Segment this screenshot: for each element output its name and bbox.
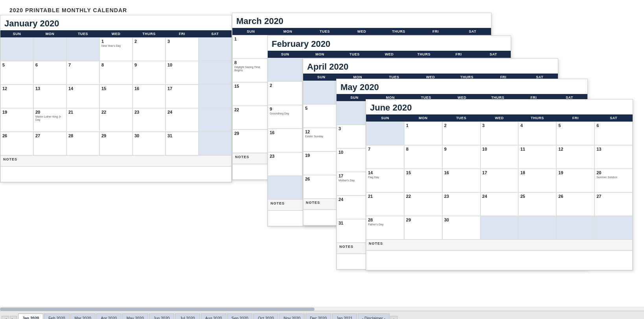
tab-jan-2021[interactable]: Jan 2021 [332,313,357,319]
january-grid: 1New Year's Day 2 3 5 6 7 8 9 10 12 13 1… [0,37,232,155]
cal-cell [33,37,66,61]
cal-cell: 16 [132,85,166,108]
tab-mar-2020[interactable]: Mar 2020 [70,313,96,319]
cal-cell: 15 [99,85,132,108]
cal-cell: 9Groundhog Day [268,105,302,129]
tab-jul-2020[interactable]: Jul 2020 [175,313,200,319]
cal-cell: 5 [0,61,33,85]
april-title: April 2020 [303,59,558,74]
cal-cell: 27 [594,192,633,216]
cal-cell [366,122,404,145]
cal-cell: 1 [232,35,269,59]
june-notes: NOTES [366,240,633,251]
june-title: June 2020 [366,100,633,114]
cal-cell [66,37,99,61]
cal-cell: 19 [0,108,33,132]
may-title: May 2020 [337,79,587,94]
cal-cell: 5 [556,122,594,145]
cal-cell: 20Martin Luther King Jr Day [33,108,66,132]
cal-cell [556,216,594,240]
calendar-june: June 2020 SUN MON TUES WED THURS FRI SAT… [366,99,633,271]
cal-cell: 3 [480,122,519,145]
june-header: SUN MON TUES WED THURS FRI SAT [366,114,633,122]
cal-cell: 23 [132,108,166,132]
cal-cell: 30 [442,216,480,240]
tab-sep-2020[interactable]: Sep 2020 [227,313,253,319]
cal-cell: 15 [232,82,269,106]
cal-cell: 8 [99,61,132,85]
tab-disclaimer[interactable]: - Disclaimer - [358,313,390,319]
march-title: March 2020 [232,13,491,28]
cal-cell: 16 [268,129,302,152]
cal-cell: 2 [442,122,480,145]
cal-cell: 22 [232,106,269,129]
tab-nav-right[interactable]: ▶ [10,316,17,319]
january-title: January 2020 [0,15,232,30]
june-grid: 1 2 3 4 5 6 7 8 9 10 11 12 13 14Flag Day… [366,122,633,240]
cal-cell: 14 [66,85,99,108]
cal-cell [199,108,232,132]
cal-cell: 8 [404,145,442,169]
cal-cell [199,37,232,61]
cal-cell: 22 [99,108,132,132]
february-title: February 2020 [268,36,511,51]
cal-cell: 10 [480,145,519,169]
cal-cell: 26 [303,175,340,199]
cal-cell: 2 [268,81,302,105]
cal-cell: 23 [442,192,480,216]
tab-may-2020[interactable]: May 2020 [122,313,148,319]
cal-cell: 1New Year's Day [99,37,132,61]
cal-cell: 19 [556,169,594,192]
cal-cell: 26 [0,132,33,155]
tab-nav-plus[interactable]: + [390,316,397,319]
cal-cell: 21 [366,192,404,216]
january-notes: NOTES [0,155,232,166]
cal-cell [0,37,33,61]
cal-cell: 6 [594,122,633,145]
tab-jan-2020[interactable]: Jan 2020 [18,313,43,319]
cal-cell: 28 [66,132,99,155]
cal-cell: 18 [518,169,556,192]
cal-cell: 9 [442,145,480,169]
cal-cell: 13 [33,85,66,108]
cal-cell: 17 [480,169,519,192]
cal-cell: 25 [518,192,556,216]
cal-cell: 10 [166,61,199,85]
cal-cell: 16 [442,169,480,192]
cal-cell: 23 [268,152,302,176]
scrollbar-thumb[interactable] [0,308,315,311]
cal-cell [199,132,232,155]
cal-cell: 19 [303,151,340,175]
tab-jun-2020[interactable]: Jun 2020 [149,313,174,319]
cal-cell: 13 [594,145,633,169]
cal-cell: 31 [166,132,199,155]
tab-nov-2020[interactable]: Nov 2020 [279,313,305,319]
cal-cell: 7 [66,61,99,85]
cal-cell: 17 [166,85,199,108]
tab-apr-2020[interactable]: Apr 2020 [96,313,121,319]
cal-cell: 28Father's Day [366,216,404,240]
cal-cell: 3 [166,37,199,61]
cal-cell: 29 [404,216,442,240]
tab-dec-2020[interactable]: Dec 2020 [305,313,331,319]
cal-cell: 6 [33,61,66,85]
cal-cell: 26 [556,192,594,216]
cal-cell [199,85,232,108]
cal-cell: 8Daylight Saving Time Begins [232,59,269,82]
tab-feb-2020[interactable]: Feb 2020 [44,313,69,319]
cal-cell: 2 [132,37,166,61]
tab-aug-2020[interactable]: Aug 2020 [201,313,226,319]
cal-cell: 9 [132,61,166,85]
cal-cell: 24 [480,192,519,216]
cal-cell [199,61,232,85]
cal-cell [518,216,556,240]
tab-bar: ◀ ▶ Jan 2020 Feb 2020 Mar 2020 Apr 2020 … [0,311,644,319]
calendar-january: January 2020 SUN MON TUES WED THURS FRI … [0,15,232,183]
cal-cell: 12 [556,145,594,169]
cal-cell: 12Easter Sunday [303,128,340,151]
tab-nav-left[interactable]: ◀ [2,316,9,319]
cal-cell: 11 [518,145,556,169]
cal-cell: 15 [404,169,442,192]
tab-oct-2020[interactable]: Oct 2020 [253,313,278,319]
horizontal-scrollbar[interactable] [0,307,644,311]
